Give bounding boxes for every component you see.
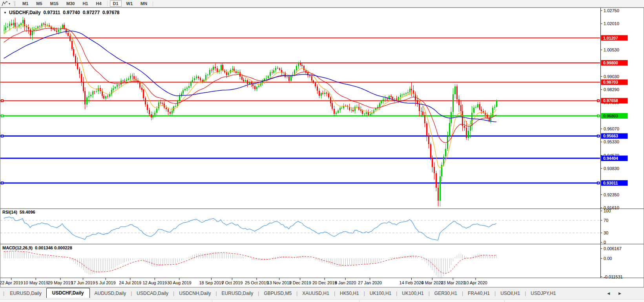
status-strip [0, 299, 644, 302]
svg-text:30 Aug 2019: 30 Aug 2019 [167, 280, 192, 285]
tab-audusd-daily[interactable]: AUDUSD,Daily [90, 289, 131, 298]
svg-text:25 Oct 2019: 25 Oct 2019 [245, 280, 268, 285]
svg-text:0.92350: 0.92350 [604, 192, 619, 197]
svg-text:20 Dec 2019: 20 Dec 2019 [312, 280, 337, 285]
svg-text:8 Jan 2020: 8 Jan 2020 [335, 280, 356, 285]
scroll-left-icon[interactable]: ◀ [607, 291, 610, 295]
timeframe-button-d1[interactable]: D1 [110, 0, 122, 7]
tab-uk100-h1[interactable]: UK100,H1 [397, 289, 428, 298]
svg-text:7 Oct 2019: 7 Oct 2019 [222, 280, 243, 285]
timeframe-button-m1[interactable]: M1 [19, 0, 31, 7]
svg-text:0.98290: 0.98290 [604, 87, 619, 92]
tab-usdcnh-daily[interactable]: USDCNH,Daily [174, 289, 215, 298]
timeframe-toolbar: ▾ M1M5M15M30H1H4D1W1MN [0, 0, 644, 7]
svg-text:5 Jul 2019: 5 Jul 2019 [96, 280, 116, 285]
svg-text:0.96803: 0.96803 [603, 113, 618, 118]
tab-eurusd-daily[interactable]: EURUSD,Daily [217, 289, 258, 298]
chart-title: ▼USDCHF,Daily0.973110.977400.972770.9767… [4, 10, 122, 15]
svg-text:0.94404: 0.94404 [603, 156, 618, 161]
timeframe-button-m5[interactable]: M5 [33, 0, 45, 7]
ohlc-low: 0.97277 [83, 10, 100, 15]
svg-text:100: 100 [604, 209, 611, 213]
timeframe-button-m30[interactable]: M30 [63, 0, 78, 7]
svg-text:2 Dec 2019: 2 Dec 2019 [289, 280, 311, 285]
tab-separator: | [3, 291, 4, 296]
tab-uk100-h1[interactable]: UK100,H1 [365, 289, 396, 298]
macd-indicator-label: MACD(12,26,9)0.001346 0.000228 [2, 245, 75, 250]
svg-text:4 Mar 2020: 4 Mar 2020 [421, 280, 443, 285]
svg-text:0.93011: 0.93011 [603, 181, 618, 185]
chart-area: 1.027501.020101.005300.990300.982900.975… [0, 7, 644, 287]
chart-tabs: EURUSD,DailyUSDCHF,DailyAUDUSD,Daily|USD… [5, 288, 561, 298]
chart-background [0, 7, 644, 287]
svg-text:0.95330: 0.95330 [604, 139, 619, 144]
status-separator [359, 300, 359, 302]
svg-text:0.00: 0.00 [604, 256, 612, 261]
svg-text:30: 30 [604, 231, 608, 235]
svg-text:22 Apr 2019: 22 Apr 2019 [0, 280, 23, 285]
scroll-right-icon[interactable]: ▶ [618, 291, 621, 295]
tab-usoil-h1[interactable]: USOil,H1 [496, 289, 525, 298]
svg-text:0.97658: 0.97658 [603, 98, 618, 103]
triangle-down-icon[interactable]: ▼ [4, 11, 7, 15]
tab-xauusd-h1[interactable]: XAUUSD,H1 [297, 289, 334, 298]
svg-text:0.93830: 0.93830 [604, 166, 619, 171]
svg-text:17 Jun 2019: 17 Jun 2019 [71, 280, 95, 285]
svg-text:1.02010: 1.02010 [604, 21, 619, 26]
ohlc-open: 0.97311 [44, 10, 60, 15]
tab-gbpusd-m5[interactable]: GBPUSD,M5 [259, 289, 296, 298]
svg-text:-0.011531: -0.011531 [604, 275, 623, 279]
svg-text:18 Sep 2019: 18 Sep 2019 [199, 280, 223, 285]
svg-text:10 Apr 2020: 10 Apr 2020 [464, 280, 487, 285]
status-separator [212, 300, 212, 302]
chart-cursor-tool-icon[interactable] [2, 1, 8, 6]
timeframe-buttons: M1M5M15M30H1H4D1W1MN [18, 0, 155, 7]
svg-text:1.01207: 1.01207 [603, 36, 618, 40]
tab-eurusd-daily[interactable]: EURUSD,Daily [5, 289, 46, 298]
svg-text:13 Nov 2019: 13 Nov 2019 [267, 280, 292, 285]
tab-usdchf-daily[interactable]: USDCHF,Daily [46, 288, 90, 298]
timeframe-button-w1[interactable]: W1 [123, 0, 136, 7]
svg-text:0.006167: 0.006167 [604, 246, 622, 251]
svg-text:23 Mar 2020: 23 Mar 2020 [441, 280, 465, 285]
trading-terminal-window: ▾ M1M5M15M30H1H4D1W1MN 1.027501.020101.0… [0, 0, 644, 302]
toolbar-divider [107, 1, 108, 6]
chart-symbol: USDCHF,Daily [9, 10, 41, 15]
toolbar-divider [153, 1, 153, 6]
svg-text:0.95663: 0.95663 [603, 134, 618, 138]
timeframe-button-mn[interactable]: MN [137, 0, 150, 7]
price-chart[interactable]: 1.027501.020101.005300.990300.982900.975… [0, 7, 644, 287]
svg-text:0.98703: 0.98703 [603, 80, 618, 84]
svg-text:0.96070: 0.96070 [604, 126, 619, 131]
svg-text:0.99800: 0.99800 [603, 60, 618, 65]
tab-ger30-h1[interactable]: GER30,H1 [430, 289, 462, 298]
svg-text:29 May 2019: 29 May 2019 [48, 280, 73, 285]
svg-text:12 Aug 2019: 12 Aug 2019 [142, 280, 167, 285]
tab-usdjpy-h1[interactable]: USDJPY,H1 [526, 289, 560, 298]
svg-text:24 Jul 2019: 24 Jul 2019 [119, 280, 141, 285]
toolbar-grip[interactable] [14, 1, 15, 6]
svg-text:27 Jan 2020: 27 Jan 2020 [358, 280, 382, 285]
svg-text:1.00530: 1.00530 [604, 48, 619, 52]
tab-hk50-h1[interactable]: HK50,H1 [335, 289, 364, 298]
chevron-down-icon[interactable]: ▾ [9, 2, 10, 5]
svg-text:0.99030: 0.99030 [604, 74, 619, 79]
svg-text:70: 70 [604, 218, 608, 223]
status-separator [504, 300, 505, 302]
tab-scroll-arrows: ◀ ▶ [607, 287, 621, 299]
timeframe-button-m15[interactable]: M15 [47, 0, 62, 7]
rsi-indicator-label: RSI(14)59.4096 [2, 210, 38, 214]
timeframe-button-h1[interactable]: H1 [79, 0, 91, 7]
timeframe-button-h4[interactable]: H4 [93, 0, 104, 7]
ohlc-high: 0.97740 [63, 10, 80, 15]
svg-text:1.02750: 1.02750 [604, 8, 619, 13]
tab-fra40-h1[interactable]: FRA40,H1 [463, 289, 494, 298]
chart-tab-bar: | EURUSD,DailyUSDCHF,DailyAUDUSD,Daily|U… [0, 287, 644, 299]
ohlc-close: 0.97678 [102, 10, 119, 15]
svg-text:10 May 2019: 10 May 2019 [23, 280, 48, 285]
svg-text:14 Feb 2020: 14 Feb 2020 [400, 280, 424, 285]
tab-usdcad-daily[interactable]: USDCAD,Daily [132, 289, 173, 298]
